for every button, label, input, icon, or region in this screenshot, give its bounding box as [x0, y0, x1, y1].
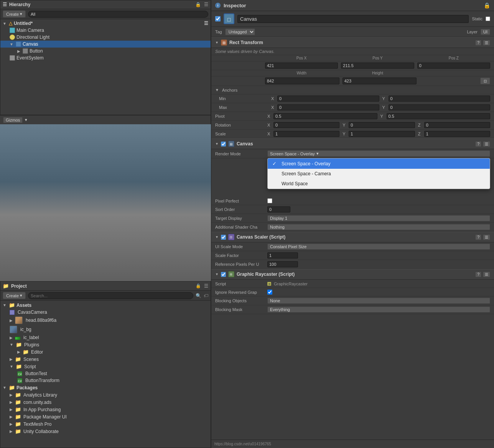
- project-item-textmesh[interactable]: ▶ 📁 TextMesh Pro: [0, 420, 211, 428]
- scale-x-input[interactable]: [273, 131, 339, 137]
- canvas-scaler-active-checkbox[interactable]: [221, 235, 226, 240]
- anchor-min-x-input[interactable]: [277, 96, 379, 102]
- project-create-button[interactable]: Create ▾: [3, 292, 26, 299]
- project-packages-root[interactable]: ▼ 📁 Packages: [0, 384, 211, 391]
- pos-x-input[interactable]: [265, 63, 338, 69]
- graphic-raycaster-active-checkbox[interactable]: [221, 272, 226, 277]
- blocking-mask-value[interactable]: Everything: [267, 306, 490, 313]
- project-title: Project: [11, 283, 27, 289]
- project-item-head[interactable]: ▶ head.88ba9f6a: [0, 316, 211, 325]
- hierarchy-item-main-camera[interactable]: Main Camera: [0, 27, 211, 34]
- graphic-raycaster-menu-button[interactable]: ☰: [483, 272, 490, 277]
- project-item-buttontransform[interactable]: C# ButtonTransform: [0, 377, 211, 384]
- cavas-camera-asset-icon: [10, 310, 15, 315]
- dropdown-option-overlay[interactable]: ✓ Screen Space - Overlay: [268, 158, 490, 169]
- canvas-scaler-help-button[interactable]: ?: [475, 234, 481, 240]
- wh-values-row: ⊡: [211, 76, 494, 86]
- rect-transform-header[interactable]: ▼ ⊞ Rect Transform ? ☰: [211, 37, 494, 48]
- hierarchy-create-button[interactable]: Create ▾: [3, 10, 26, 18]
- object-active-checkbox[interactable]: [215, 16, 221, 21]
- project-assets-root[interactable]: ▼ 📁 Assets: [0, 301, 211, 309]
- ui-scale-mode-value[interactable]: Constant Pixel Size: [267, 244, 490, 250]
- rotation-y-input[interactable]: [349, 122, 415, 128]
- blocking-objects-value[interactable]: None: [267, 298, 490, 304]
- project-item-iap[interactable]: ▶ 📁 In App Purchasing: [0, 406, 211, 413]
- gizmos-button[interactable]: Gizmos: [3, 117, 23, 123]
- ignore-reversed-checkbox[interactable]: [267, 290, 272, 295]
- project-item-ic-bg[interactable]: ic_bg: [0, 325, 211, 334]
- project-item-plugins[interactable]: ▼ 📁 Plugins: [0, 341, 211, 348]
- project-item-scenes[interactable]: ▶ 📁 Scenes: [0, 356, 211, 363]
- rect-transform-help-button[interactable]: ?: [475, 40, 481, 46]
- project-item-ads[interactable]: ▶ 📁 com.unity.ads: [0, 399, 211, 406]
- blocking-mask-label: Blocking Mask: [215, 307, 265, 312]
- object-name-input[interactable]: [237, 15, 469, 23]
- width-header: Width: [265, 71, 338, 75]
- rotation-x-input[interactable]: [273, 122, 339, 128]
- rect-transform-menu-button[interactable]: ☰: [483, 40, 490, 46]
- anchor-max-x-input[interactable]: [277, 104, 379, 110]
- script-folder-icon: 📁: [16, 364, 22, 369]
- graphic-raycaster-help-button[interactable]: ?: [475, 272, 481, 277]
- canvas-scaler-header[interactable]: ▼ ⊡ Canvas Scaler (Script) ? ☰: [211, 232, 494, 242]
- graphic-raycaster-header[interactable]: ▼ ⊟ Graphic Raycaster (Script) ? ☰: [211, 269, 494, 280]
- project-item-analytics[interactable]: ▶ 📁 Analytics Library: [0, 391, 211, 399]
- pmui-folder-icon: 📁: [15, 414, 21, 420]
- dropdown-option-world[interactable]: World Space: [268, 179, 490, 189]
- hierarchy-item-untitled[interactable]: ▼ △ Untitled* ☰: [0, 20, 211, 27]
- scenes-folder-icon: 📁: [15, 356, 21, 362]
- pos-y-input[interactable]: [341, 63, 414, 69]
- pos-z-input[interactable]: [417, 63, 490, 69]
- hierarchy-search-input[interactable]: [28, 11, 208, 18]
- canvas-comp-menu-button[interactable]: ☰: [483, 141, 490, 147]
- anchor-min-label: Min: [219, 96, 269, 101]
- anchor-min-y-input[interactable]: [389, 96, 491, 102]
- sort-order-input[interactable]: [267, 206, 290, 212]
- scale-factor-row: Scale Factor: [211, 251, 494, 260]
- pixel-perfect-checkbox[interactable]: [267, 198, 272, 203]
- sort-order-row: Sort Order: [211, 205, 494, 214]
- dropdown-option-camera[interactable]: Screen Space - Camera: [268, 169, 490, 179]
- canvas-comp-help-button[interactable]: ?: [475, 141, 481, 147]
- ref-pixels-input[interactable]: [267, 261, 298, 267]
- hierarchy-menu-icon[interactable]: ☰: [204, 2, 208, 7]
- project-item-script[interactable]: ▼ 📁 Script: [0, 363, 211, 370]
- canvas-component-header[interactable]: ▼ ⊞ Canvas ? ☰: [211, 138, 494, 149]
- anchor-max-y-input[interactable]: [389, 104, 491, 110]
- target-display-value[interactable]: Display 1: [267, 215, 490, 221]
- tag-select[interactable]: Untagged: [225, 28, 255, 35]
- project-item-pmui[interactable]: ▶ 📁 Package Manager UI: [0, 413, 211, 420]
- sort-order-label: Sort Order: [215, 207, 265, 212]
- project-item-collaborate[interactable]: ▶ 📁 Unity Collaborate: [0, 428, 211, 435]
- project-item-cavas-camera[interactable]: CavasCamera: [0, 309, 211, 316]
- object-header: □ Static: [211, 11, 494, 27]
- width-input[interactable]: [265, 77, 339, 84]
- inspector-info-icon: i: [215, 3, 221, 8]
- anchor-preset-button[interactable]: ⊡: [480, 77, 490, 84]
- static-checkbox[interactable]: [486, 16, 490, 21]
- scale-z-input[interactable]: [424, 131, 490, 137]
- hierarchy-item-canvas[interactable]: ▼ Canvas: [0, 41, 211, 48]
- buttontransform-label: ButtonTransform: [25, 378, 59, 383]
- render-mode-field[interactable]: Screen Space - Overlay ▾: [267, 150, 490, 157]
- project-item-buttontest[interactable]: C# ButtonTest: [0, 370, 211, 377]
- additional-shader-value[interactable]: Nothing: [267, 224, 490, 230]
- canvas-scaler-menu-button[interactable]: ☰: [483, 234, 490, 240]
- height-input[interactable]: [343, 77, 417, 84]
- rotation-z-input[interactable]: [424, 122, 490, 128]
- pivot-x-input[interactable]: [273, 113, 377, 119]
- project-item-editor[interactable]: ▶ 📁 Editor: [0, 348, 211, 356]
- project-menu-icon[interactable]: ☰: [204, 283, 208, 289]
- project-item-ic-label[interactable]: ▶ ic_label: [0, 334, 211, 341]
- hierarchy-item-directional-light[interactable]: Directional Light: [0, 34, 211, 41]
- scale-factor-input[interactable]: [267, 252, 298, 259]
- hierarchy-item-eventsystem[interactable]: EventSystem: [0, 54, 211, 61]
- camera-icon: [10, 28, 15, 33]
- collaborate-folder-icon: 📁: [15, 428, 21, 434]
- project-create-arrow-icon: ▾: [20, 293, 22, 298]
- hierarchy-item-button[interactable]: ▶ Button: [0, 48, 211, 54]
- scale-y-input[interactable]: [349, 131, 415, 137]
- canvas-comp-active-checkbox[interactable]: [221, 142, 226, 147]
- project-search-input[interactable]: [28, 292, 193, 299]
- pivot-y-input[interactable]: [387, 113, 491, 119]
